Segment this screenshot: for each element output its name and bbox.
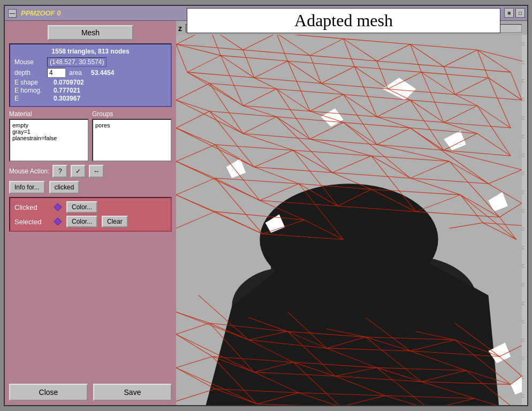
material-section: Material empty gray=1 planestrain=false	[9, 110, 89, 162]
material-content: empty gray=1 planestrain=false	[12, 122, 86, 141]
area-label: area	[69, 69, 88, 77]
close-button[interactable]: Close	[9, 384, 88, 401]
clicked-label: Clicked	[14, 203, 49, 211]
summary-text: 1558 triangles, 813 nodes	[14, 48, 166, 55]
clear-button[interactable]: Clear	[102, 216, 128, 227]
e-value: 0.303967	[54, 95, 80, 102]
svg-marker-1	[54, 218, 62, 225]
selected-label: Selected	[14, 218, 49, 226]
mouse-row: Mouse (148.527, 30.5574)	[14, 57, 166, 67]
e-shape-label: E shape	[14, 79, 49, 86]
clicked-diamond-icon	[54, 203, 62, 211]
e-row: E 0.303967	[14, 95, 166, 102]
clicked-color-button[interactable]: Color...	[66, 201, 97, 213]
mouse-action-label: Mouse Action:	[9, 168, 49, 175]
window-icon[interactable]: —	[8, 9, 17, 18]
move-button[interactable]: ↔	[89, 165, 104, 178]
mouse-value: (148.527, 30.5574)	[47, 57, 107, 67]
save-button[interactable]: Save	[93, 384, 172, 401]
groups-header: Groups	[92, 110, 172, 118]
e-homog-value: 0.777021	[54, 87, 80, 94]
right-canvas: z OOF! C OOF! C OOF! C OOF! C OOF! C OOF…	[176, 21, 527, 405]
groups-listbox[interactable]: pores	[92, 119, 172, 162]
adapted-mesh-label: Adapted mesh	[187, 8, 500, 33]
z-label: z	[178, 24, 182, 33]
e-shape-row: E shape 0.0709702	[14, 79, 166, 86]
svg-marker-0	[54, 203, 62, 211]
groups-section: Groups pores	[92, 110, 172, 162]
mouse-label: Mouse	[14, 58, 44, 66]
selected-color-button[interactable]: Color...	[66, 216, 97, 227]
bottom-buttons: Close Save	[9, 384, 172, 401]
info-for-button[interactable]: Info for...	[9, 181, 45, 194]
e-label: E	[14, 95, 49, 102]
selected-row: Selected Color... Clear	[14, 216, 166, 227]
area-value: 53.4454	[91, 69, 114, 77]
material-listbox[interactable]: empty gray=1 planestrain=false	[9, 119, 89, 162]
depth-input[interactable]	[47, 68, 66, 78]
material-groups-area: Material empty gray=1 planestrain=false …	[9, 110, 172, 162]
main-window: — PPM2OOF 0 ◾ □ Adapted mesh Mesh 1558 t…	[4, 5, 528, 406]
window-controls: ◾ □	[504, 8, 525, 18]
depth-label: depth	[14, 69, 44, 77]
e-homog-label: E homog.	[14, 87, 49, 94]
clicked-row: Clicked Color...	[14, 201, 166, 213]
material-header: Material	[9, 110, 89, 118]
depth-area-row: depth area 53.4454	[14, 68, 166, 78]
clicked-button[interactable]: clicked	[49, 181, 80, 194]
clicked-selected-area: Clicked Color... Selected Color... Clear	[9, 197, 172, 232]
mesh-canvas-area[interactable]	[176, 35, 522, 405]
main-content: Mesh 1558 triangles, 813 nodes Mouse (14…	[5, 21, 527, 405]
groups-content: pores	[95, 122, 169, 128]
mouse-action-row: Mouse Action: ? ✓ ↔	[9, 165, 172, 178]
check-button[interactable]: ✓	[71, 165, 86, 178]
minimize-button[interactable]: ◾	[504, 8, 514, 18]
e-shape-value: 0.0709702	[54, 79, 84, 86]
left-panel: Mesh 1558 triangles, 813 nodes Mouse (14…	[5, 21, 176, 405]
selected-diamond-icon	[54, 217, 62, 226]
e-homog-row: E homog. 0.777021	[14, 87, 166, 94]
info-for-row: Info for... clicked	[9, 181, 172, 194]
window-title: PPM2OOF 0	[21, 9, 60, 17]
maximize-button[interactable]: □	[515, 8, 525, 18]
mesh-button[interactable]: Mesh	[48, 25, 133, 40]
question-button[interactable]: ?	[52, 165, 67, 178]
mesh-svg	[176, 35, 522, 405]
info-box: 1558 triangles, 813 nodes Mouse (148.527…	[9, 43, 172, 107]
